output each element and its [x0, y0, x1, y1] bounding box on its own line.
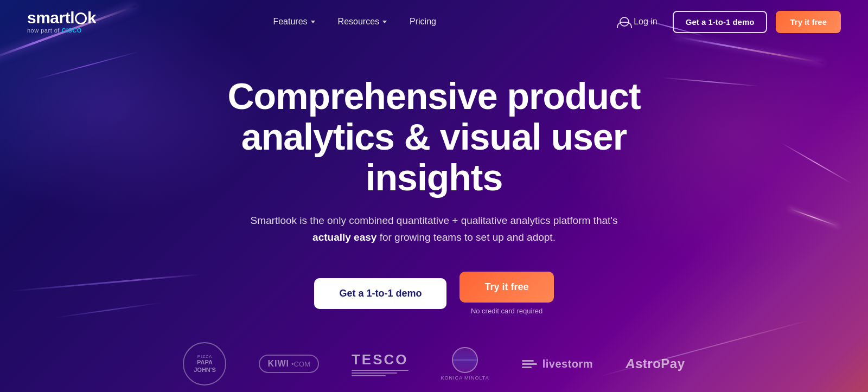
logos-row: PIZZA PAPAJOHN'S KIWI •COM TESCO — [0, 342, 868, 385]
nav-links: Features Resources Pricing — [264, 12, 445, 31]
navbar: smartlk now part of CISCO Features Resou… — [0, 0, 868, 43]
logo-k: k — [87, 9, 96, 27]
features-chevron-icon — [311, 21, 315, 23]
logo-kiwi: KIWI •COM — [259, 355, 318, 373]
no-credit-card-text: No credit card required — [471, 307, 542, 315]
hero-section: Comprehensive product analytics & visual… — [0, 43, 868, 315]
hero-try-button[interactable]: Try it free — [459, 272, 553, 303]
hero-subtitle: Smartlook is the only combined quantitat… — [250, 213, 618, 246]
logo-livestorm: livestorm — [522, 358, 593, 370]
logo-text: smartlk — [27, 10, 96, 26]
hero-demo-button[interactable]: Get a 1-to-1 demo — [314, 278, 446, 309]
nav-pricing[interactable]: Pricing — [401, 12, 445, 31]
nav-resources[interactable]: Resources — [329, 12, 395, 31]
logo-tesco: TESCO — [352, 351, 409, 376]
nav-try-button[interactable]: Try it free — [776, 11, 841, 33]
logo-area[interactable]: smartlk now part of CISCO — [27, 10, 96, 34]
logo-papa-johns: PIZZA PAPAJOHN'S — [183, 342, 226, 385]
logo-o-icon — [75, 12, 87, 24]
nav-features[interactable]: Features — [264, 12, 323, 31]
user-icon — [620, 17, 629, 27]
logo-konica-minolta: KONICA MINOLTA — [441, 347, 489, 381]
logo-subtitle: now part of CISCO — [27, 27, 82, 34]
try-group: Try it free No credit card required — [459, 272, 553, 315]
login-button[interactable]: Log in — [613, 12, 664, 31]
logo-astropay: AstroPay — [626, 356, 685, 371]
nav-right: Log in Get a 1-to-1 demo Try it free — [613, 11, 841, 33]
hero-buttons: Get a 1-to-1 demo Try it free No credit … — [314, 272, 553, 315]
logo-smartl: smartl — [27, 9, 74, 27]
resources-chevron-icon — [382, 21, 387, 23]
hero-title: Comprehensive product analytics & visual… — [190, 76, 678, 197]
nav-demo-button[interactable]: Get a 1-to-1 demo — [673, 11, 768, 33]
page-wrapper: smartlk now part of CISCO Features Resou… — [0, 0, 868, 392]
